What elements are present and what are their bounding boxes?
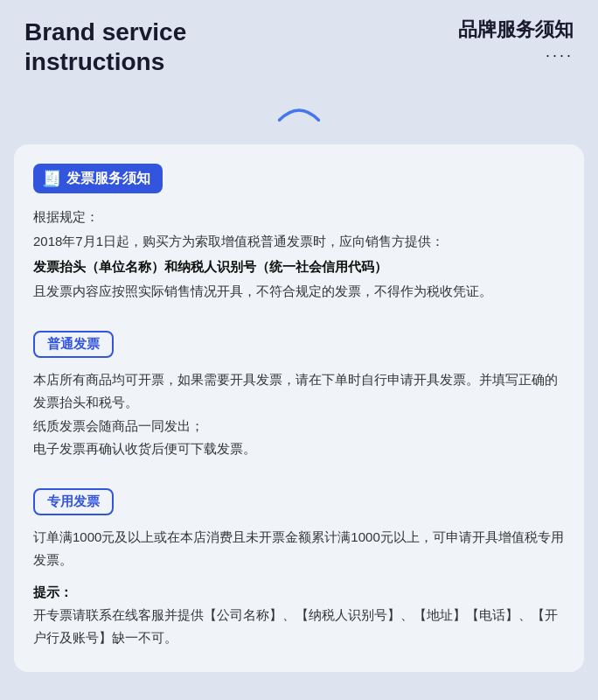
- header-title-sub: instructions: [24, 47, 186, 77]
- special-invoice-body: 订单满1000元及以上或在本店消费且未开票金额累计满1000元以上，可申请开具增…: [33, 526, 565, 649]
- header-right-title: 品牌服务须知: [458, 18, 574, 43]
- invoice-tag-icon: 🧾: [42, 169, 61, 188]
- normal-invoice-section: 普通发票 本店所有商品均可开票，如果需要开具发票，请在下单时自行申请开具发票。并…: [33, 318, 565, 460]
- header-dots: ····: [458, 46, 574, 65]
- header-left: Brand service instructions: [24, 18, 186, 76]
- invoice-notice-section: 🧾 发票服务须知 根据规定： 2018年7月1日起，购买方为索取增值税普通发票时…: [33, 164, 565, 303]
- page-container: Brand service instructions 品牌服务须知 ···· 🧾…: [0, 0, 598, 700]
- intro-line3: 且发票内容应按照实际销售情况开具，不符合规定的发票，不得作为税收凭证。: [33, 280, 565, 303]
- bold-line: 发票抬头（单位名称）和纳税人识别号（统一社会信用代码）: [33, 256, 565, 278]
- smile-area: [0, 85, 598, 144]
- tip-text: 开专票请联系在线客服并提供【公司名称】、【纳税人识别号】、【地址】【电话】、【开…: [33, 604, 565, 650]
- invoice-notice-body: 根据规定： 2018年7月1日起，购买方为索取增值税普通发票时，应向销售方提供：…: [33, 206, 565, 303]
- special-invoice-text: 订单满1000元及以上或在本店消费且未开票金额累计满1000元以上，可申请开具增…: [33, 526, 565, 572]
- content-card: 🧾 发票服务须知 根据规定： 2018年7月1日起，购买方为索取增值税普通发票时…: [14, 144, 584, 672]
- header-right: 品牌服务须知 ····: [458, 18, 574, 65]
- smile-icon: [273, 97, 325, 123]
- header: Brand service instructions 品牌服务须知 ····: [0, 0, 598, 85]
- special-invoice-tag: 专用发票: [33, 488, 114, 515]
- tip-label: 提示：: [33, 581, 565, 604]
- intro-line1: 根据规定：: [33, 206, 565, 228]
- special-invoice-section: 专用发票 订单满1000元及以上或在本店消费且未开票金额累计满1000元以上，可…: [33, 476, 565, 649]
- invoice-notice-tag: 🧾 发票服务须知: [33, 164, 163, 193]
- normal-invoice-text: 本店所有商品均可开票，如果需要开具发票，请在下单时自行申请开具发票。并填写正确的…: [33, 368, 565, 460]
- invoice-notice-tag-label: 发票服务须知: [66, 170, 150, 188]
- normal-invoice-body: 本店所有商品均可开票，如果需要开具发票，请在下单时自行申请开具发票。并填写正确的…: [33, 368, 565, 460]
- normal-invoice-tag: 普通发票: [33, 331, 114, 358]
- header-title-main: Brand service: [24, 18, 186, 47]
- intro-line2: 2018年7月1日起，购买方为索取增值税普通发票时，应向销售方提供：: [33, 230, 565, 253]
